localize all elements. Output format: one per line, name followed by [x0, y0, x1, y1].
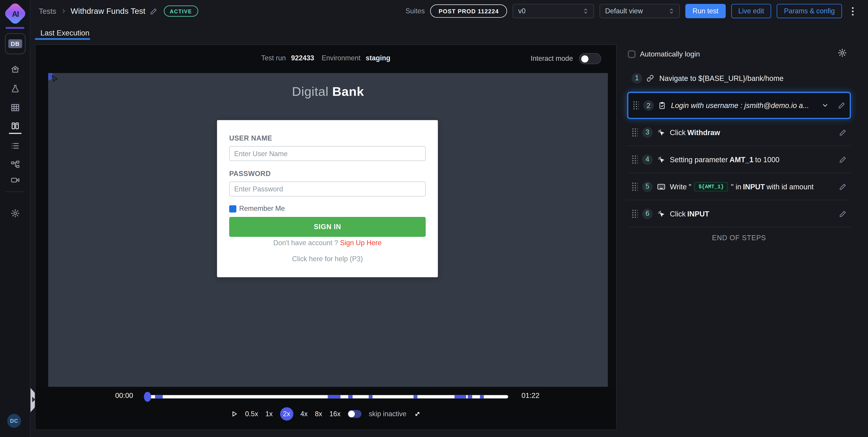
execution-stage: Test run 922433 Environment staging Inte… — [35, 44, 617, 430]
speed-option-4x[interactable]: 4x — [301, 410, 308, 418]
help-link[interactable]: Click here for help (P3) — [217, 255, 438, 263]
timeline-marker[interactable] — [369, 395, 373, 398]
tab-last-execution[interactable]: Last Execution — [40, 29, 90, 37]
step-number-badge: 3 — [642, 127, 653, 137]
step-description: Click Withdraw — [670, 128, 835, 136]
sidebar-divider-2 — [5, 191, 24, 192]
step-number-badge: 4 — [642, 154, 653, 165]
timeline-marker[interactable] — [454, 395, 466, 398]
interact-mode-toggle[interactable] — [579, 53, 601, 64]
grid-icon[interactable] — [11, 103, 20, 113]
breadcrumb-tests[interactable]: Tests — [39, 7, 56, 15]
flask-icon[interactable] — [11, 84, 20, 94]
more-options-kebab-icon[interactable] — [848, 5, 857, 18]
step-number-badge: 6 — [642, 208, 653, 219]
speed-option-8x[interactable]: 8x — [315, 410, 322, 418]
edit-step-pencil-icon[interactable] — [838, 102, 845, 109]
parameter-chip: ${AMT_1} — [694, 182, 728, 191]
version-select[interactable]: v0 — [513, 4, 594, 18]
timeline-thumb[interactable] — [144, 392, 151, 402]
timeline-marker[interactable] — [328, 395, 340, 398]
drag-handle-icon[interactable] — [633, 101, 639, 110]
chevron-down-icon[interactable] — [822, 102, 829, 109]
speed-option-16x[interactable]: 16x — [329, 410, 340, 418]
suite-pill[interactable]: POST PROD 112224 — [430, 4, 507, 18]
list-icon[interactable] — [11, 141, 20, 151]
sign-in-button[interactable]: SIGN IN — [229, 217, 426, 237]
view-select-value: Default view — [605, 7, 643, 15]
drag-handle-icon[interactable] — [631, 209, 638, 218]
step-description: Write " ${AMT_1} " in INPUT with id amou… — [670, 182, 835, 191]
drag-handle-icon[interactable] — [631, 182, 638, 191]
drag-handle-icon[interactable] — [631, 155, 638, 164]
env-label: Environment — [322, 54, 361, 62]
remember-me-checkbox[interactable]: ✓ — [229, 205, 237, 212]
sidebar: AI DB DC — [0, 0, 31, 437]
auto-login-label: Automatically login — [640, 50, 700, 58]
sign-up-link[interactable]: Sign Up Here — [340, 239, 381, 247]
speed-option-0.5x[interactable]: 0.5x — [245, 410, 258, 418]
step-row-6[interactable]: 6Click INPUT — [627, 200, 851, 227]
user-avatar[interactable]: DC — [7, 414, 21, 428]
timeline-marker[interactable] — [480, 395, 484, 398]
edit-title-pencil-icon[interactable] — [150, 7, 157, 15]
app-logo[interactable]: AI — [3, 1, 27, 26]
step-row-2[interactable]: 2Login with username : jsmith@demo.io a.… — [627, 92, 851, 119]
step-number-badge: 2 — [643, 100, 654, 111]
video-camera-icon[interactable] — [11, 175, 20, 185]
breadcrumb: Tests Withdraw Funds Test ACTIVE — [39, 6, 198, 16]
home-icon[interactable] — [11, 65, 20, 74]
password-input[interactable] — [229, 182, 426, 196]
header-actions: Suites POST PROD 112224 v0 Default view … — [405, 4, 857, 18]
timeline-marker[interactable] — [348, 395, 352, 398]
tree-icon[interactable] — [11, 160, 20, 169]
link-icon — [647, 74, 655, 82]
run-test-button[interactable]: Run test — [685, 4, 725, 18]
username-input[interactable] — [229, 146, 426, 161]
clipboard-check-icon — [658, 101, 666, 109]
timeline-marker[interactable] — [155, 395, 163, 398]
edit-step-pencil-icon[interactable] — [839, 183, 846, 190]
speed-option-2x[interactable]: 2x — [280, 407, 293, 420]
recorded-cursor-icon — [50, 75, 59, 84]
status-badge: ACTIVE — [164, 5, 198, 17]
select-chevrons-icon — [669, 8, 674, 14]
auto-login-row: Automatically login — [628, 50, 700, 58]
step-row-4[interactable]: 4Setting parameter AMT_1 to 1000 — [627, 146, 851, 173]
steps-settings-gear-icon[interactable] — [837, 48, 847, 58]
run-id: 922433 — [291, 54, 314, 62]
edit-step-pencil-icon[interactable] — [839, 156, 846, 163]
run-info-row: Test run 922433 Environment staging Inte… — [35, 45, 616, 73]
step-row-5[interactable]: 5Write " ${AMT_1} " in INPUT with id amo… — [627, 173, 851, 200]
speed-option-1x[interactable]: 1x — [266, 410, 273, 418]
sidebar-divider — [5, 27, 24, 28]
auto-login-checkbox[interactable] — [628, 50, 636, 58]
edit-step-pencil-icon[interactable] — [839, 210, 846, 217]
player-controls: 00:00 01:22 0.5x1x2x4x8x16x skip inactiv… — [35, 387, 616, 430]
fullscreen-icon[interactable] — [414, 410, 421, 418]
total-time: 01:22 — [522, 391, 539, 400]
params-config-button[interactable]: Params & config — [777, 4, 842, 18]
speed-options: 0.5x1x2x4x8x16x — [245, 407, 340, 420]
live-edit-button[interactable]: Live edit — [731, 4, 771, 18]
timeline-marker[interactable] — [413, 395, 418, 398]
skip-inactive-toggle[interactable] — [348, 410, 362, 418]
step-row-3[interactable]: 3Click Withdraw — [627, 119, 851, 146]
workspace-switcher[interactable]: DB — [5, 33, 26, 54]
step-description: Login with username : jsmith@demo.io a..… — [671, 101, 817, 110]
test-recording-video[interactable]: Digital Bank USER NAME PASSWORD ✓ Rememb… — [48, 73, 608, 387]
drag-handle-icon[interactable] — [631, 127, 638, 137]
columns-icon[interactable] — [11, 122, 20, 131]
app-logo-text: AI — [12, 9, 19, 18]
step-row-1[interactable]: 1Navigate to ${BASE_URL}/bank/home — [627, 65, 851, 92]
gear-icon[interactable] — [11, 209, 20, 218]
view-select[interactable]: Default view — [600, 4, 680, 18]
remember-me-label: Remember Me — [239, 205, 285, 212]
edit-step-pencil-icon[interactable] — [839, 129, 846, 136]
timeline-marker[interactable] — [468, 395, 472, 398]
tab-active-indicator — [35, 38, 90, 40]
step-description: Click INPUT — [670, 210, 835, 218]
timeline-track[interactable] — [146, 395, 508, 398]
run-label: Test run — [261, 54, 286, 62]
play-icon[interactable] — [230, 410, 238, 418]
